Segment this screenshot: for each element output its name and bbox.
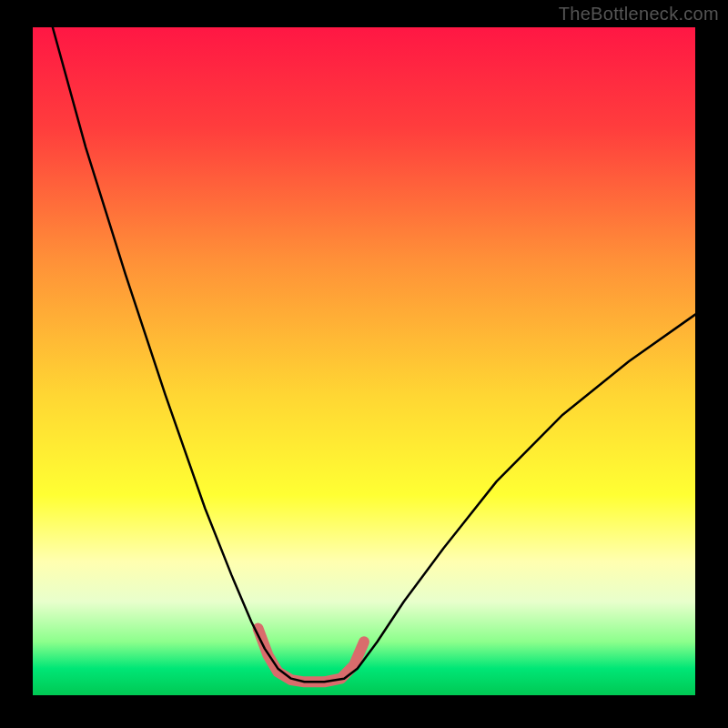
curve-layer bbox=[33, 27, 695, 695]
plot-area bbox=[33, 27, 695, 695]
watermark-text: TheBottleneck.com bbox=[559, 4, 719, 25]
bottleneck-curve bbox=[53, 27, 695, 682]
highlight-segment bbox=[258, 629, 364, 682]
chart-container: TheBottleneck.com bbox=[0, 0, 728, 728]
